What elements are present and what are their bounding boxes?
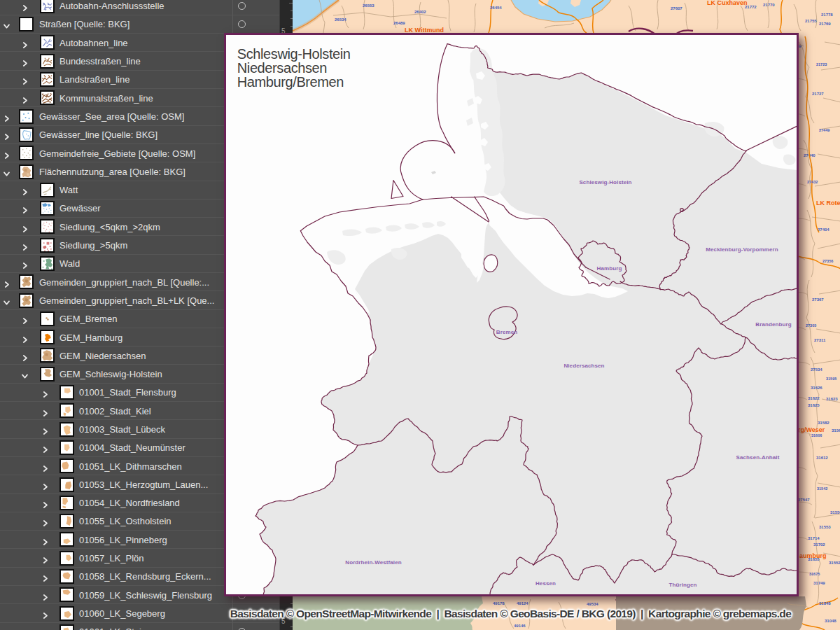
- svg-text:31622: 31622: [808, 396, 820, 400]
- svg-text:Brandenburg: Brandenburg: [756, 321, 792, 328]
- svg-text:Schleswig-Holstein: Schleswig-Holstein: [580, 179, 632, 186]
- svg-text:31714: 31714: [808, 536, 820, 540]
- svg-text:27432: 27432: [807, 180, 818, 184]
- svg-text:31623: 31623: [826, 397, 838, 401]
- svg-text:26454: 26454: [490, 6, 502, 10]
- svg-text:Niedersachsen: Niedersachsen: [564, 363, 605, 369]
- svg-text:31595: 31595: [826, 377, 836, 381]
- svg-text:31612: 31612: [816, 456, 828, 460]
- svg-text:31702: 31702: [813, 542, 825, 547]
- svg-text:27547: 27547: [798, 498, 810, 502]
- svg-text:21770: 21770: [763, 3, 775, 7]
- svg-text:31553: 31553: [819, 525, 831, 529]
- svg-text:Hamburg: Hamburg: [597, 265, 622, 272]
- svg-text:31626: 31626: [811, 386, 822, 390]
- svg-text:21778: 21778: [821, 13, 833, 17]
- svg-text:31749: 31749: [813, 581, 825, 585]
- svg-text:27311: 27311: [814, 338, 826, 342]
- svg-text:31563: 31563: [832, 428, 840, 433]
- svg-text:26489: 26489: [393, 21, 405, 25]
- svg-text:LK Cuxhaven: LK Cuxhaven: [707, 0, 748, 6]
- svg-text:27356: 27356: [822, 259, 833, 263]
- svg-text:27367: 27367: [812, 298, 824, 302]
- svg-text:27404: 27404: [818, 227, 830, 232]
- svg-text:49146: 49146: [514, 624, 526, 628]
- svg-text:31625: 31625: [808, 403, 820, 407]
- svg-text:Bremen: Bremen: [496, 329, 517, 335]
- svg-text:31606: 31606: [811, 433, 822, 438]
- svg-text:31675: 31675: [809, 572, 820, 576]
- svg-text:31556: 31556: [830, 510, 840, 514]
- svg-text:aumburg: aumburg: [799, 552, 827, 559]
- svg-text:31582: 31582: [818, 421, 830, 425]
- svg-text:26534: 26534: [335, 18, 346, 22]
- svg-text:49124: 49124: [517, 601, 528, 606]
- svg-text:31542: 31542: [817, 486, 827, 491]
- svg-text:21723: 21723: [816, 62, 827, 66]
- svg-text:21755: 21755: [805, 19, 817, 23]
- svg-text:26553: 26553: [363, 4, 374, 8]
- svg-text:Mecklenburg-Vorpommern: Mecklenburg-Vorpommern: [706, 246, 778, 253]
- svg-text:rg/Weser: rg/Weser: [798, 426, 825, 433]
- svg-text:27449: 27449: [819, 128, 830, 132]
- svg-text:Hessen: Hessen: [536, 580, 556, 587]
- svg-text:31848: 31848: [819, 601, 831, 606]
- svg-text:Nordrhein-Westfalen: Nordrhein-Westfalen: [346, 559, 402, 566]
- svg-text:26402: 26402: [414, 10, 426, 14]
- svg-text:21727: 21727: [812, 92, 824, 96]
- svg-text:Sachsen-Anhalt: Sachsen-Anhalt: [736, 454, 780, 461]
- svg-text:21769: 21769: [819, 22, 831, 26]
- svg-text:27534: 27534: [811, 368, 822, 372]
- svg-text:49178: 49178: [493, 601, 505, 606]
- svg-text:49534: 49534: [587, 602, 598, 606]
- svg-text:27305: 27305: [806, 323, 816, 328]
- svg-text:Thüringen: Thüringen: [669, 582, 697, 588]
- svg-text:LK Rotenb: LK Rotenb: [816, 200, 840, 206]
- svg-text:27607: 27607: [671, 6, 682, 10]
- svg-text:31552: 31552: [829, 561, 840, 565]
